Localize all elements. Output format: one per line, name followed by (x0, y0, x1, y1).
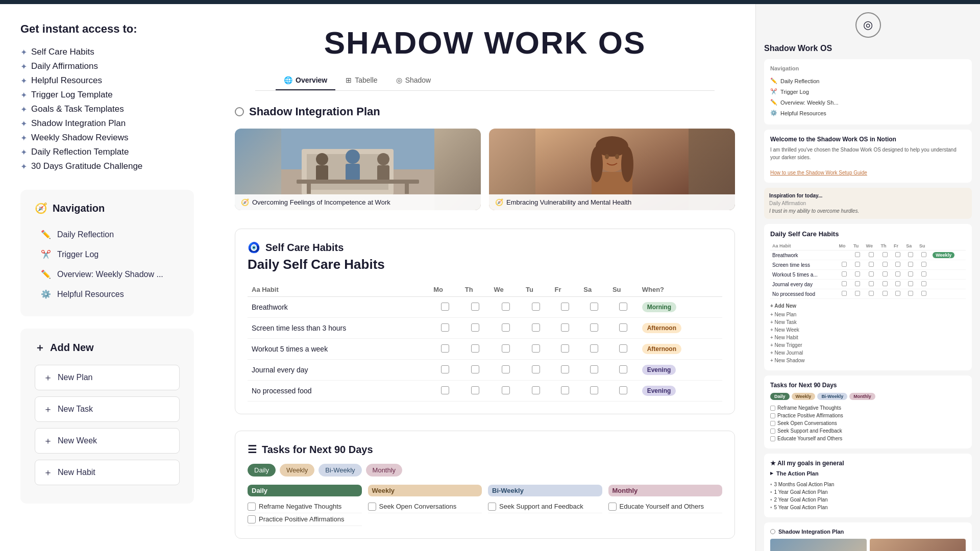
rp-habit-checkbox[interactable] (869, 281, 874, 286)
rp-task-checkbox[interactable] (770, 406, 775, 411)
tab-shadow[interactable]: ◎ Shadow (388, 71, 439, 90)
rp-habit-checkbox[interactable] (883, 252, 888, 257)
rp-habit-checkbox[interactable] (869, 262, 874, 267)
habit-checkbox[interactable] (561, 344, 569, 353)
rp-habit-checkbox[interactable] (855, 252, 860, 257)
habit-checkbox[interactable] (532, 303, 540, 311)
habit-checkbox[interactable] (502, 303, 510, 311)
rp-habit-checkbox[interactable] (908, 262, 913, 267)
habit-checkbox[interactable] (441, 386, 449, 394)
new-habit-button[interactable]: ＋ New Habit (35, 460, 180, 485)
rp-add-item[interactable]: + New Shadow (770, 357, 966, 364)
habit-checkbox[interactable] (532, 344, 540, 353)
image-card-office[interactable]: 🧭 Overcoming Feelings of Incompetence at… (235, 129, 481, 210)
rp-habit-checkbox[interactable] (883, 291, 888, 296)
rp-task-checkbox[interactable] (770, 429, 775, 434)
rp-habit-checkbox[interactable] (895, 252, 900, 257)
rp-tag-biweekly[interactable]: Bi-Weekly (817, 393, 847, 400)
tab-tabelle[interactable]: ⊞ Tabelle (337, 71, 385, 90)
rp-habit-checkbox[interactable] (921, 291, 926, 296)
rp-habit-checkbox[interactable] (908, 271, 913, 277)
rp-habit-checkbox[interactable] (895, 291, 900, 296)
habit-checkbox[interactable] (619, 365, 627, 373)
habit-checkbox[interactable] (471, 303, 479, 311)
rp-habit-checkbox[interactable] (908, 281, 913, 286)
rp-add-item[interactable]: + New Task (770, 318, 966, 326)
habit-checkbox[interactable] (532, 386, 540, 394)
rp-add-item[interactable]: + New Habit (770, 334, 966, 341)
freq-tab-daily[interactable]: Daily (248, 464, 276, 477)
habit-checkbox[interactable] (441, 365, 449, 373)
rp-habit-checkbox[interactable] (869, 271, 874, 277)
rp-habit-checkbox[interactable] (842, 262, 847, 267)
rp-habit-checkbox[interactable] (842, 281, 847, 286)
rp-habit-checkbox[interactable] (921, 271, 926, 277)
rp-habit-checkbox[interactable] (883, 271, 888, 277)
task-checkbox[interactable] (608, 503, 617, 511)
rp-habit-checkbox[interactable] (842, 291, 847, 296)
rp-nav-item-daily[interactable]: ✏️ Daily Reflection (770, 76, 966, 86)
task-checkbox[interactable] (248, 503, 256, 511)
habit-checkbox[interactable] (532, 365, 540, 373)
rp-habit-checkbox[interactable] (855, 281, 860, 286)
task-checkbox[interactable] (368, 503, 376, 511)
habit-checkbox[interactable] (471, 365, 479, 373)
rp-habit-checkbox[interactable] (908, 252, 913, 257)
habit-checkbox[interactable] (561, 323, 569, 332)
habit-checkbox[interactable] (441, 323, 449, 332)
habit-checkbox[interactable] (590, 303, 598, 311)
habit-checkbox[interactable] (590, 386, 598, 394)
rp-habit-checkbox[interactable] (895, 281, 900, 286)
nav-item-trigger-log[interactable]: ✂️ Trigger Log (35, 244, 180, 264)
rp-nav-item-resources[interactable]: ⚙️ Helpful Resources (770, 108, 966, 118)
habit-checkbox[interactable] (619, 344, 627, 353)
rp-habit-checkbox[interactable] (908, 291, 913, 296)
tab-overview[interactable]: 🌐 Overview (276, 71, 335, 90)
habit-checkbox[interactable] (502, 365, 510, 373)
habit-checkbox[interactable] (619, 323, 627, 332)
habit-checkbox[interactable] (471, 323, 479, 332)
rp-add-item[interactable]: + New Journal (770, 349, 966, 357)
new-week-button[interactable]: ＋ New Week (35, 428, 180, 454)
rp-habit-checkbox[interactable] (869, 291, 874, 296)
rp-add-item[interactable]: + New Week (770, 326, 966, 334)
nav-item-helpful-resources[interactable]: ⚙️ Helpful Resources (35, 284, 180, 304)
freq-tab-weekly[interactable]: Weekly (280, 464, 314, 477)
rp-habit-checkbox[interactable] (921, 252, 926, 257)
rp-habit-checkbox[interactable] (855, 291, 860, 296)
rp-plan-item[interactable]: • 3 Months Goal Action Plan (770, 481, 966, 488)
habit-checkbox[interactable] (561, 386, 569, 394)
habit-checkbox[interactable] (441, 303, 449, 311)
rp-habit-checkbox[interactable] (883, 281, 888, 286)
rp-habit-checkbox[interactable] (855, 262, 860, 267)
rp-habit-checkbox[interactable] (895, 262, 900, 267)
rp-habit-checkbox[interactable] (921, 281, 926, 286)
habit-checkbox[interactable] (590, 365, 598, 373)
rp-tag-weekly[interactable]: Weekly (792, 393, 816, 400)
rp-nav-item-overview[interactable]: ✏️ Overview: Weekly Sh... (770, 97, 966, 108)
rp-habit-checkbox[interactable] (842, 271, 847, 277)
task-checkbox[interactable] (248, 515, 256, 523)
rp-habit-checkbox[interactable] (895, 271, 900, 277)
rp-plan-item[interactable]: • 1 Year Goal Action Plan (770, 488, 966, 496)
habit-checkbox[interactable] (561, 365, 569, 373)
rp-setup-link[interactable]: How to use the Shadow Work Setup Guide (770, 170, 867, 176)
habit-checkbox[interactable] (441, 344, 449, 353)
rp-plan-item[interactable]: • 2 Year Goal Action Plan (770, 496, 966, 504)
habit-checkbox[interactable] (502, 386, 510, 394)
habit-checkbox[interactable] (561, 303, 569, 311)
habit-checkbox[interactable] (502, 344, 510, 353)
habit-checkbox[interactable] (590, 323, 598, 332)
nav-item-weekly-shadow[interactable]: ✏️ Overview: Weekly Shadow ... (35, 264, 180, 284)
habit-checkbox[interactable] (532, 323, 540, 332)
freq-tab-monthly[interactable]: Monthly (366, 464, 403, 477)
habit-checkbox[interactable] (590, 344, 598, 353)
rp-habit-checkbox[interactable] (869, 252, 874, 257)
rp-habit-checkbox[interactable] (883, 262, 888, 267)
habit-checkbox[interactable] (502, 323, 510, 332)
rp-tag-daily[interactable]: Daily (770, 393, 790, 400)
rp-habit-checkbox[interactable] (855, 271, 860, 277)
new-plan-button[interactable]: ＋ New Plan (35, 365, 180, 390)
rp-task-checkbox[interactable] (770, 436, 775, 441)
habit-checkbox[interactable] (619, 386, 627, 394)
